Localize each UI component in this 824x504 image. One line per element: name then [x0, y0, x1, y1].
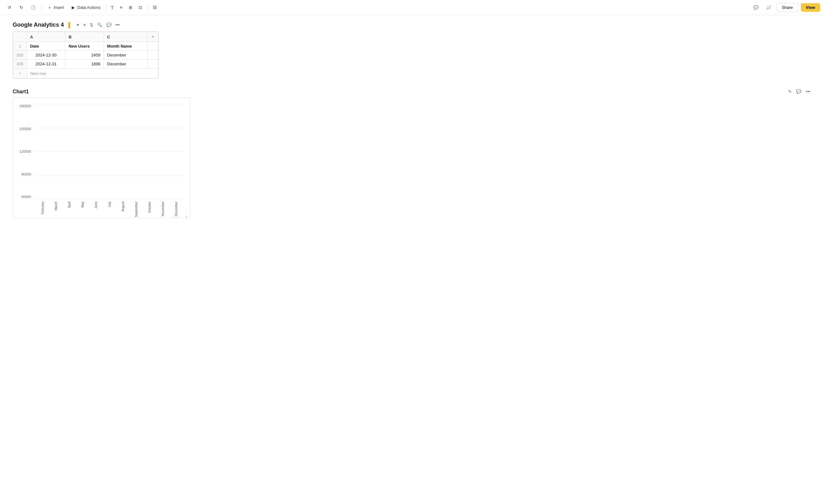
chart-comment-button[interactable]: 💬 [795, 88, 802, 95]
table-comment-button[interactable]: 💬 [105, 22, 113, 28]
chart-bars [35, 104, 184, 199]
divider-1 [41, 4, 41, 11]
toolbar-right: 💬 📈 Share View [751, 3, 820, 12]
table-section-toolbar: ✦ ≡ ⇅ 🔍 💬 ••• [75, 22, 121, 28]
x-label-wrapper: May [77, 202, 89, 208]
analytics-icon: 📈 [766, 5, 771, 10]
table-row: 335 2024-12-30 2459 December [13, 51, 158, 60]
link-button[interactable]: ⛓ [150, 4, 159, 11]
grid-button[interactable]: ⊞ [126, 4, 135, 11]
grid-line [35, 199, 184, 199]
cell-date: 2024-12-30 [27, 51, 65, 60]
align-button[interactable]: ≡ [117, 4, 125, 11]
col-date-header: Date [27, 42, 65, 51]
align-icon: ≡ [120, 5, 122, 10]
x-label-wrapper: October [143, 202, 156, 213]
sort-button[interactable]: ⇅ [89, 22, 94, 28]
y-axis-label: 180000 [13, 104, 31, 108]
table-more-button[interactable]: ••• [115, 22, 121, 28]
col-header-rownum [13, 32, 27, 42]
divider-3 [147, 4, 147, 11]
insert-label: Insert [54, 5, 64, 10]
layout-button[interactable]: ⊡ [136, 4, 145, 11]
insert-button[interactable]: ＋ Insert [44, 3, 67, 12]
ga-icon: ▐ [66, 22, 70, 28]
text-format-button[interactable]: T [108, 4, 116, 11]
toolbar: ↺ ↻ 🕐 ＋ Insert ▶ Data Actions T ≡ ⊞ ⊡ ⛓ … [0, 0, 824, 15]
cell-month-name: December [104, 60, 147, 69]
x-label-april: April [68, 202, 71, 208]
data-actions-button[interactable]: ▶ Data Actions [68, 3, 103, 12]
table-row: 336 2024-12-31 1896 December [13, 60, 158, 69]
chart-more-button[interactable]: ••• [805, 88, 811, 95]
y-axis-label: 120000 [13, 149, 31, 153]
x-label-november: November [161, 202, 165, 216]
search-button[interactable]: 🔍 [96, 22, 103, 28]
chart-toolbar: ✎ 💬 ••• [787, 88, 811, 95]
x-label-wrapper: November [157, 202, 169, 216]
x-label-wrapper: December [170, 202, 183, 216]
cell-month-name: December [104, 51, 147, 60]
x-label-wrapper: July [103, 202, 115, 207]
play-icon: ▶ [71, 5, 76, 10]
col-header-a: A [27, 32, 65, 42]
comment-button[interactable]: 💬 [751, 4, 761, 11]
sparkle-button[interactable]: ✦ [75, 22, 81, 28]
col-add-button[interactable]: ＋ [147, 32, 158, 42]
divider-2 [106, 4, 106, 11]
x-label-september: September [134, 202, 138, 217]
data-actions-label: Data Actions [78, 5, 101, 10]
chart-title: Chart1 [13, 89, 29, 95]
col-plus-cell [147, 42, 158, 51]
x-label-wrapper: April [63, 202, 76, 208]
history-button[interactable]: 🕐 [28, 3, 39, 12]
undo-button[interactable]: ↺ [4, 3, 15, 12]
cell-empty [147, 60, 158, 69]
share-button[interactable]: Share [777, 3, 798, 12]
chart-plot-area [35, 104, 184, 199]
link-icon: ⛓ [152, 5, 157, 10]
undo-icon: ↺ [6, 5, 12, 10]
main-content: Google Analytics 4 ▐ ✦ ≡ ⇅ 🔍 💬 ••• A B C… [0, 15, 824, 224]
cell-date: 2024-12-31 [27, 60, 65, 69]
add-row-label[interactable]: New row [27, 69, 158, 78]
chart-edit-button[interactable]: ✎ [787, 88, 793, 95]
x-label-june: June [94, 202, 98, 208]
plus-icon: ＋ [46, 5, 53, 10]
y-axis-label: 90000 [13, 172, 31, 176]
chart-y-axis: 1800001500001200009000060000 [13, 104, 34, 199]
x-label-wrapper: February [36, 202, 49, 214]
cell-new-users: 2459 [65, 51, 104, 60]
row-num: 336 [13, 60, 27, 69]
x-label-march: March [54, 202, 58, 210]
x-label-february: February [41, 202, 44, 214]
row-header-num: 1 [13, 42, 27, 51]
view-button[interactable]: View [801, 3, 820, 12]
cell-empty [147, 51, 158, 60]
col-header-c: C [104, 32, 147, 42]
text-icon: T [111, 5, 114, 10]
add-row-btn[interactable]: ＋ [13, 69, 27, 78]
x-label-october: October [148, 202, 151, 213]
redo-button[interactable]: ↻ [16, 3, 27, 12]
chart-section: Chart1 ✎ 💬 ••• 1800001500001200009000060… [13, 88, 811, 218]
y-axis-label: 60000 [13, 195, 31, 199]
filter-button[interactable]: ≡ [83, 22, 87, 28]
analytics-button[interactable]: 📈 [764, 4, 774, 11]
comment-icon: 💬 [753, 5, 759, 10]
redo-icon: ↻ [18, 5, 24, 10]
data-table: A B C ＋ 1 Date New Users Month Name 335 … [13, 31, 159, 79]
history-icon: 🕐 [30, 5, 36, 10]
table-section-header: Google Analytics 4 ▐ ✦ ≡ ⇅ 🔍 💬 ••• [13, 22, 811, 28]
x-label-wrapper: August [117, 202, 129, 211]
cell-new-users: 1896 [65, 60, 104, 69]
chart-x-axis: FebruaryMarchAprilMayJuneJulyAugustSepte… [35, 200, 184, 218]
col-newusers-header: New Users [65, 42, 104, 51]
grid-icon: ⊞ [129, 5, 132, 10]
x-label-wrapper: June [90, 202, 102, 208]
resize-handle[interactable]: ⌟ [185, 213, 189, 216]
chart-container: 1800001500001200009000060000 FebruaryMar… [13, 97, 190, 218]
x-label-wrapper: September [130, 202, 142, 217]
x-label-may: May [81, 202, 84, 208]
x-label-august: August [121, 202, 125, 211]
